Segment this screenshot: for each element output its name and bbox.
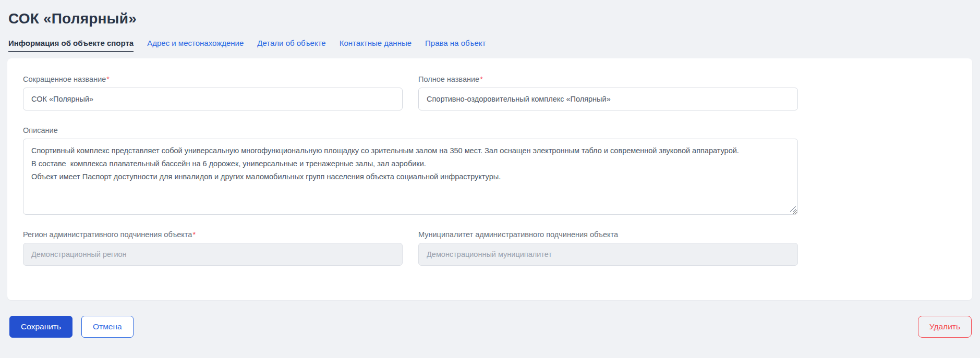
field-full-name: Полное название*	[418, 75, 798, 110]
tab-object-details[interactable]: Детали об объекте	[257, 39, 325, 52]
short-name-input[interactable]	[23, 88, 403, 110]
tab-bar: Информация об объекте спорта Адрес и мес…	[7, 39, 972, 52]
tab-object-rights[interactable]: Права на объект	[425, 39, 486, 52]
save-button[interactable]: Сохранить	[9, 316, 72, 338]
form-row-region: Регион административного подчинения объе…	[23, 230, 798, 266]
action-bar: Сохранить Отмена Удалить	[7, 316, 972, 338]
description-label: Описание	[23, 126, 798, 134]
page-root: СОК «Полярный» Информация об объекте спо…	[0, 0, 980, 338]
description-textarea[interactable]: Спортивный комплекс представляет собой у…	[23, 139, 798, 215]
field-short-name: Сокращенное название*	[23, 75, 403, 110]
required-asterisk: *	[480, 75, 483, 83]
form-row-names: Сокращенное название* Полное название*	[23, 75, 798, 110]
region-label: Регион административного подчинения объе…	[23, 230, 403, 239]
short-name-label-text: Сокращенное название	[23, 75, 106, 83]
tab-object-info[interactable]: Информация об объекте спорта	[8, 39, 134, 52]
form-card: Сокращенное название* Полное название* О…	[7, 58, 972, 300]
field-region: Регион административного подчинения объе…	[23, 230, 403, 266]
field-municipality: Муниципалитет административного подчинен…	[418, 230, 798, 266]
description-textarea-wrap: Спортивный комплекс представляет собой у…	[23, 139, 798, 215]
full-name-label: Полное название*	[418, 75, 798, 83]
cancel-button[interactable]: Отмена	[81, 316, 134, 338]
tab-contact-data[interactable]: Контактные данные	[340, 39, 412, 52]
delete-button[interactable]: Удалить	[918, 316, 972, 338]
required-asterisk: *	[106, 75, 110, 83]
short-name-label: Сокращенное название*	[23, 75, 403, 83]
field-description: Описание Спортивный комплекс представляе…	[23, 126, 798, 215]
form-row-description: Описание Спортивный комплекс представляе…	[23, 126, 798, 215]
full-name-label-text: Полное название	[418, 75, 479, 83]
form: Сокращенное название* Полное название* О…	[23, 75, 798, 266]
municipality-input	[418, 243, 798, 266]
region-label-text: Регион административного подчинения объе…	[23, 230, 192, 239]
action-bar-left: Сохранить Отмена	[9, 316, 134, 338]
page-title: СОК «Полярный»	[8, 10, 972, 27]
required-asterisk: *	[192, 230, 196, 239]
municipality-label: Муниципалитет административного подчинен…	[418, 230, 798, 239]
region-input	[23, 243, 403, 266]
full-name-input[interactable]	[418, 88, 798, 110]
tab-address-location[interactable]: Адрес и местонахождение	[147, 39, 244, 52]
